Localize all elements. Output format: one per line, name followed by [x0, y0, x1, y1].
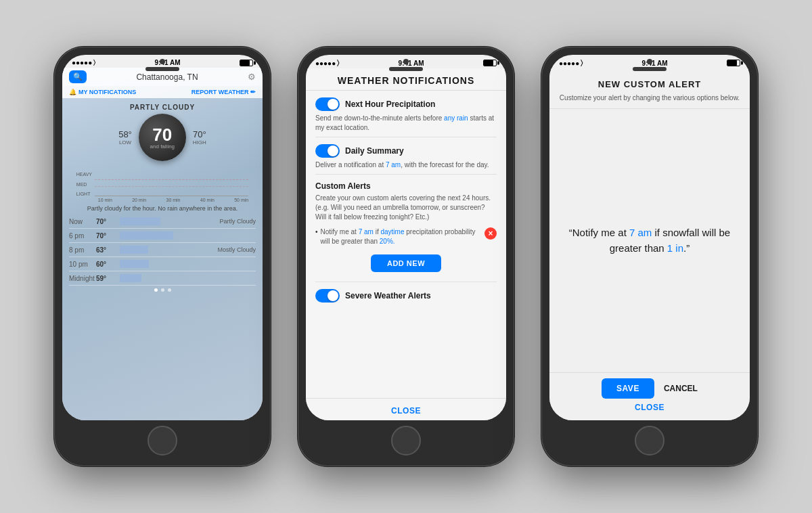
- next-hour-toggle-row: Next Hour Precipitation: [315, 97, 497, 111]
- camera-lens-3: [647, 59, 652, 64]
- battery-fill-2: [484, 60, 493, 66]
- camera-lens: [160, 59, 165, 64]
- weather-main: PARTLY CLOUDY 58° LOW 70 and falling 70°: [62, 98, 263, 420]
- phone-3-screen: ●●●●● 〉 9:41 AM NEW CUSTOM ALERT Customi…: [549, 55, 750, 420]
- bar-now: [120, 217, 217, 226]
- daily-toggle-row: Daily Summary: [315, 144, 497, 158]
- next-hour-link[interactable]: any rain: [444, 114, 468, 122]
- dot-2: [161, 288, 164, 292]
- hourly-row-6pm: 6 pm 70°: [69, 229, 256, 243]
- battery-area-1: [240, 60, 253, 66]
- battery-icon-1: [240, 60, 253, 66]
- phone-3-top: [633, 59, 667, 71]
- custom-alert-body: “Notify me at 7 am if snowfall will be g…: [549, 109, 750, 372]
- custom-alert-screen-subtitle: Customize your alert by changing the var…: [559, 93, 740, 103]
- signal-dots-3: ●●●●●: [559, 60, 579, 67]
- x-axis-labels: 10 min 20 min 30 min 40 min 50 min: [98, 198, 248, 202]
- next-hour-toggle[interactable]: [315, 97, 340, 111]
- wifi-icon-2: 〉: [337, 59, 339, 67]
- my-notifications-link[interactable]: 🔔 MY NOTIFICATIONS: [69, 89, 136, 95]
- phones-container: ●●●●● 〉 9:41 AM 🔍 Chattanooga, TN ⚙: [0, 47, 812, 466]
- signal-dots: ●●●●●: [72, 59, 92, 66]
- y-axis-labels: HEAVY MED LIGHT: [76, 172, 92, 196]
- bar-6pm: [120, 231, 253, 240]
- notifications-screen: WEATHER NOTIFICATIONS Next Hour Precipit…: [306, 68, 506, 420]
- notif-bell-icon: 🔔: [69, 89, 76, 95]
- custom-alerts-section: Custom Alerts Create your own custom ale…: [315, 175, 497, 282]
- phone-1-top: [145, 59, 179, 71]
- daily-time-link[interactable]: 7 am: [386, 161, 401, 169]
- phone-2-top: [389, 59, 423, 71]
- phone-2-screen: ●●●●● 〉 9:41 AM WEATHER NOTIFICATIONS: [306, 55, 506, 420]
- phone-1: ●●●●● 〉 9:41 AM 🔍 Chattanooga, TN ⚙: [54, 47, 271, 466]
- phone-2: ●●●●● 〉 9:41 AM WEATHER NOTIFICATIONS: [298, 47, 514, 466]
- hourly-forecast-list: Now 70° Partly Cloudy 6 pm 70°: [62, 215, 263, 286]
- custom-alert-screen: NEW CUSTOM ALERT Customize your alert by…: [549, 68, 750, 420]
- speaker-grille: [145, 67, 179, 71]
- gear-icon[interactable]: ⚙: [248, 72, 256, 82]
- location-display[interactable]: Chattanooga, TN: [91, 72, 244, 82]
- report-weather-link[interactable]: REPORT WEATHER ✏: [191, 89, 256, 95]
- severe-toggle[interactable]: [315, 289, 340, 303]
- custom-alerts-description: Create your own custom alerts covering t…: [315, 194, 497, 222]
- signal-area: ●●●●● 〉: [72, 59, 95, 66]
- battery-fill-1: [240, 60, 250, 66]
- close-button-3[interactable]: CLOSE: [635, 403, 664, 412]
- daily-title: Daily Summary: [345, 146, 404, 156]
- severe-title: Severe Weather Alerts: [345, 291, 431, 300]
- main-temp-circle: 70 and falling: [139, 114, 186, 161]
- signal-dots-2: ●●●●●: [315, 60, 336, 67]
- add-new-button[interactable]: ADD NEW: [371, 254, 441, 272]
- y-med: MED: [76, 182, 92, 187]
- bullet-1: •: [315, 227, 318, 237]
- nav-bar: 🔔 MY NOTIFICATIONS REPORT WEATHER ✏: [62, 86, 263, 98]
- notifications-content: Next Hour Precipitation Send me down-to-…: [306, 91, 506, 398]
- footer-actions: SAVE CANCEL: [602, 378, 698, 399]
- custom-alert-footer: SAVE CANCEL CLOSE: [549, 372, 750, 420]
- hourly-row-10pm: 10 pm 60°: [69, 257, 256, 271]
- weather-screen: 🔍 Chattanooga, TN ⚙ 🔔 MY NOTIFICATIONS R…: [62, 68, 263, 420]
- severe-weather-section: Severe Weather Alerts: [315, 282, 497, 309]
- graph-med-line: [95, 186, 248, 187]
- add-new-container: ADD NEW: [315, 254, 497, 272]
- preview-amount-link[interactable]: 1 in: [667, 242, 683, 254]
- high-temp: 70° HIGH: [193, 129, 206, 146]
- custom-alert-screen-title: NEW CUSTOM ALERT: [559, 79, 740, 89]
- close-button-2[interactable]: CLOSE: [391, 406, 421, 416]
- graph-heavy-line: [95, 179, 248, 180]
- daily-toggle[interactable]: [315, 144, 340, 158]
- alert-percent-link[interactable]: 20%.: [380, 238, 395, 245]
- home-button-1[interactable]: [148, 426, 177, 455]
- battery-icon-3: [727, 60, 740, 66]
- daily-body: Deliver a notification at 7 am, with the…: [315, 160, 497, 170]
- phone-1-screen: ●●●●● 〉 9:41 AM 🔍 Chattanooga, TN ⚙: [62, 55, 263, 420]
- home-button-2[interactable]: [391, 426, 421, 455]
- daily-summary-section: Daily Summary Deliver a notification at …: [315, 137, 497, 175]
- preview-time-link[interactable]: 7 am: [629, 227, 652, 238]
- condition-label: PARTLY CLOUDY: [130, 104, 195, 111]
- alert-daytime-link[interactable]: daytime: [380, 228, 404, 236]
- precip-description: Partly cloudy for the hour. No rain anyw…: [81, 202, 245, 215]
- speaker-grille-3: [633, 67, 667, 71]
- cancel-button[interactable]: CANCEL: [664, 384, 698, 393]
- save-button[interactable]: SAVE: [602, 378, 654, 399]
- home-button-3[interactable]: [635, 426, 664, 455]
- camera-lens-2: [403, 59, 409, 64]
- delete-alert-button[interactable]: ×: [484, 227, 497, 240]
- alert-text-1: Notify me at 7 am if daytime precipitati…: [321, 227, 482, 246]
- next-hour-section: Next Hour Precipitation Send me down-to-…: [315, 91, 497, 137]
- temp-row: 58° LOW 70 and falling 70° HIGH: [118, 114, 206, 161]
- low-temp: 58° LOW: [118, 129, 132, 146]
- search-icon[interactable]: 🔍: [69, 70, 87, 83]
- phone-3: ●●●●● 〉 9:41 AM NEW CUSTOM ALERT Customi…: [541, 47, 758, 466]
- hourly-row-now: Now 70° Partly Cloudy: [69, 215, 256, 229]
- precip-graph: HEAVY MED LIGHT 10 min 20 min: [72, 168, 252, 202]
- severe-toggle-row: Severe Weather Alerts: [315, 289, 497, 303]
- bar-10pm: [120, 259, 253, 269]
- graph-area: [95, 172, 248, 196]
- alert-time-link[interactable]: 7 am: [359, 228, 374, 236]
- custom-alert-item-1: • Notify me at 7 am if daytime precipita…: [315, 225, 497, 249]
- alert-preview-text: “Notify me at 7 am if snowfall will be g…: [563, 225, 736, 256]
- next-hour-title: Next Hour Precipitation: [345, 99, 435, 109]
- custom-alert-header: NEW CUSTOM ALERT Customize your alert by…: [549, 68, 750, 109]
